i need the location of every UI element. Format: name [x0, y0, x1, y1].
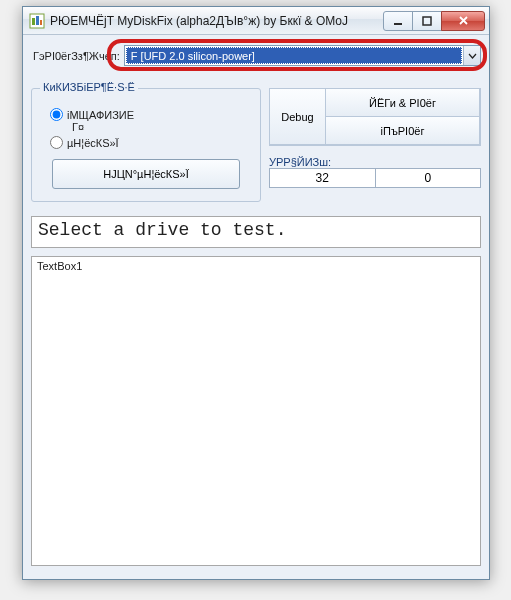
mode-group-title: КиКИЗБіЕР¶Ё·Ѕ·Ё	[40, 81, 138, 93]
scan-fix-button[interactable]: ЙЁГи & РІ0ёг	[325, 88, 480, 117]
format-button[interactable]: НЈЦN°µН¦ёсКЅ»Ї	[52, 159, 240, 189]
drive-label: ГэРІ0ёгЗз¶Жчеп:	[31, 50, 120, 62]
fix-button[interactable]: іПъРІ0ёг	[325, 116, 480, 145]
radio-1-sub: Г¤	[72, 121, 250, 133]
log-textbox[interactable]: TextBox1	[31, 256, 481, 566]
mid-row: КиКИЗБіЕР¶Ё·Ѕ·Ё іМЩАФИЗИЕ Г¤ µН¦ёсКЅ»Ї Н…	[31, 88, 481, 202]
app-window: РЮЕМЧЁјТ MyDiskFix (alpha2ДЪІв°ж) by Бкк…	[22, 6, 490, 580]
right-column: Debug ЙЁГи & РІ0ёг іПъРІ0ёг УРР§ЙИЗш: 32…	[269, 88, 481, 202]
action-grid: Debug ЙЁГи & РІ0ёг іПъРІ0ёг	[269, 88, 481, 146]
drive-combobox[interactable]: F [UFD 2.0 silicon-power]	[124, 45, 481, 66]
radio-2-label: µН¦ёсКЅ»Ї	[67, 137, 119, 149]
stats-value-1: 32	[270, 169, 376, 187]
svg-rect-5	[423, 17, 431, 25]
radio-option-2[interactable]: µН¦ёсКЅ»Ї	[50, 136, 250, 149]
svg-rect-2	[36, 16, 39, 25]
log-content: TextBox1	[37, 260, 82, 272]
client-area: ГэРІ0ёгЗз¶Жчеп: F [UFD 2.0 silicon-power…	[23, 35, 489, 579]
radio-1-input[interactable]	[50, 108, 63, 121]
stats-value-2: 0	[376, 169, 481, 187]
chevron-down-icon[interactable]	[463, 46, 480, 65]
stats-row: 32 0	[269, 168, 481, 188]
stats-label: УРР§ЙИЗш:	[269, 156, 481, 168]
radio-1-label: іМЩАФИЗИЕ	[67, 109, 134, 121]
maximize-button[interactable]	[412, 11, 442, 31]
window-controls	[384, 11, 485, 31]
drive-select-row: ГэРІ0ёгЗз¶Жчеп: F [UFD 2.0 silicon-power…	[31, 45, 481, 66]
drive-selected: F [UFD 2.0 silicon-power]	[126, 47, 462, 64]
status-message: Select a drive to test.	[31, 216, 481, 248]
mode-groupbox: КиКИЗБіЕР¶Ё·Ѕ·Ё іМЩАФИЗИЕ Г¤ µН¦ёсКЅ»Ї Н…	[31, 88, 261, 202]
radio-option-1[interactable]: іМЩАФИЗИЕ	[50, 108, 250, 121]
close-button[interactable]	[441, 11, 485, 31]
svg-rect-1	[32, 18, 35, 25]
svg-rect-4	[394, 23, 402, 25]
window-title: РЮЕМЧЁјТ MyDiskFix (alpha2ДЪІв°ж) by Бкк…	[50, 14, 384, 28]
minimize-button[interactable]	[383, 11, 413, 31]
titlebar: РЮЕМЧЁјТ MyDiskFix (alpha2ДЪІв°ж) by Бкк…	[23, 7, 489, 35]
app-icon	[29, 13, 45, 29]
radio-2-input[interactable]	[50, 136, 63, 149]
svg-rect-3	[40, 20, 42, 25]
debug-button[interactable]: Debug	[269, 88, 326, 145]
